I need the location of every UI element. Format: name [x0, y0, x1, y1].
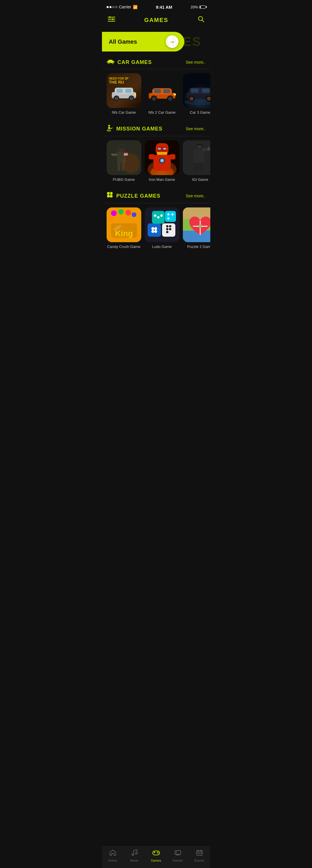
- filter-icon[interactable]: [108, 16, 115, 24]
- svg-rect-38: [174, 93, 176, 95]
- status-time: 9:41 AM: [156, 5, 172, 9]
- svg-rect-68: [112, 128, 113, 128]
- battery-percent: 20%: [190, 5, 198, 9]
- svg-point-133: [126, 210, 131, 216]
- all-games-arrow-button[interactable]: →: [166, 35, 178, 48]
- search-icon[interactable]: [198, 16, 205, 24]
- svg-rect-2: [108, 21, 115, 22]
- game-thumb-nfs2: [145, 73, 179, 108]
- game-thumb-puzzle2: [183, 208, 210, 242]
- game-item-puzzle2[interactable]: Puzzle 2 Game: [183, 208, 210, 249]
- svg-point-64: [108, 125, 110, 126]
- svg-rect-155: [165, 211, 176, 222]
- svg-text:THE RU: THE RU: [109, 80, 124, 85]
- page-title: GAMES: [144, 17, 168, 24]
- svg-rect-107: [193, 150, 204, 163]
- puzzle-games-icon: [107, 191, 113, 200]
- signal-dot-1: [107, 6, 109, 8]
- svg-point-37: [168, 97, 172, 101]
- puzzle-games-row: King Candy Crush Game: [102, 205, 210, 252]
- game-item-igi[interactable]: IGI Game: [183, 140, 210, 182]
- game-thumb-candy: King: [107, 208, 141, 242]
- game-item-nfs2[interactable]: Nfs 2 Car Game: [145, 73, 179, 115]
- game-item-ludo[interactable]: Ludo Game: [145, 208, 179, 249]
- signal-indicator: [107, 6, 117, 8]
- wifi-icon: 📶: [133, 5, 138, 9]
- svg-point-157: [171, 214, 173, 216]
- game-label-car3: Car 3 Game: [190, 110, 210, 115]
- battery-fill: [200, 6, 201, 8]
- signal-dot-4: [115, 6, 117, 8]
- svg-rect-12: [113, 62, 114, 62]
- svg-rect-126: [108, 194, 109, 196]
- game-item-candy[interactable]: King Candy Crush Game: [107, 208, 141, 249]
- svg-point-86: [123, 153, 140, 174]
- svg-rect-67: [109, 128, 112, 129]
- svg-rect-8: [108, 60, 112, 62]
- svg-rect-140: [148, 223, 161, 237]
- svg-rect-11: [107, 62, 107, 62]
- svg-point-152: [154, 214, 156, 217]
- puzzle-games-see-more[interactable]: See more..: [186, 193, 205, 198]
- game-label-ludo: Ludo Game: [152, 245, 172, 249]
- game-label-nfs1: Nfs Car Game: [112, 110, 136, 115]
- carrier-label: Carrier: [119, 5, 132, 9]
- mission-games-see-more[interactable]: See more..: [186, 126, 205, 131]
- svg-rect-4: [112, 18, 113, 20]
- svg-rect-3: [109, 16, 110, 18]
- svg-point-98: [161, 159, 163, 162]
- mission-games-row: PUBG Game: [102, 137, 210, 185]
- svg-rect-101: [157, 152, 167, 155]
- car-games-row: NEED FOR SP THE RU: [102, 70, 210, 118]
- game-item-nfs1[interactable]: NEED FOR SP THE RU: [107, 73, 141, 115]
- svg-point-149: [169, 225, 171, 227]
- game-item-pubg[interactable]: PUBG Game: [107, 140, 141, 182]
- signal-dot-2: [109, 6, 111, 8]
- svg-point-134: [132, 212, 136, 217]
- game-label-igi: IGI Game: [192, 177, 208, 182]
- svg-rect-125: [109, 196, 111, 197]
- car-games-title: CAR GAMES: [117, 59, 152, 65]
- game-thumb-igi: [183, 140, 210, 175]
- mission-games-title: MISSION GAMES: [116, 126, 163, 132]
- car-games-see-more[interactable]: See more..: [186, 60, 205, 64]
- game-thumb-pubg: [107, 140, 141, 175]
- game-item-car3[interactable]: Car 3 Game: [183, 73, 210, 115]
- game-label-nfs2: Nfs 2 Car Game: [148, 110, 176, 115]
- svg-rect-110: [194, 163, 198, 172]
- svg-point-144: [154, 230, 157, 233]
- svg-rect-128: [109, 193, 111, 193]
- game-label-puzzle2: Puzzle 2 Game: [187, 245, 210, 249]
- game-thumb-car3: [183, 73, 210, 108]
- svg-rect-166: [199, 224, 202, 228]
- svg-point-132: [118, 209, 124, 214]
- svg-rect-127: [111, 194, 111, 196]
- svg-point-150: [166, 228, 168, 230]
- svg-rect-78: [111, 154, 117, 155]
- puzzle-games-section: PUZZLE GAMES See more..: [102, 191, 210, 252]
- mission-games-icon: [107, 124, 113, 133]
- svg-point-9: [108, 62, 109, 64]
- svg-rect-66: [108, 128, 109, 128]
- puzzle-games-header: PUZZLE GAMES See more..: [102, 191, 210, 204]
- svg-point-153: [157, 216, 160, 218]
- svg-rect-79: [117, 162, 120, 171]
- svg-point-10: [112, 62, 113, 64]
- car-games-icon: [107, 58, 115, 66]
- status-right: 20%: [190, 5, 205, 9]
- svg-rect-99: [149, 154, 154, 159]
- svg-rect-44: [191, 89, 199, 93]
- all-games-banner[interactable]: All Games → GAMES: [102, 32, 184, 52]
- svg-point-142: [154, 227, 157, 230]
- svg-point-131: [111, 210, 117, 216]
- svg-point-23: [115, 97, 118, 100]
- game-item-ironman[interactable]: Iron Man Game: [145, 140, 179, 182]
- svg-rect-109: [208, 147, 209, 151]
- car-games-header: CAR GAMES See more..: [102, 58, 210, 69]
- svg-point-141: [151, 227, 154, 230]
- mission-games-header: MISSION GAMES See more..: [102, 124, 210, 136]
- svg-rect-33: [163, 89, 170, 93]
- svg-point-154: [160, 214, 163, 217]
- svg-point-148: [166, 231, 168, 233]
- svg-point-35: [152, 97, 156, 101]
